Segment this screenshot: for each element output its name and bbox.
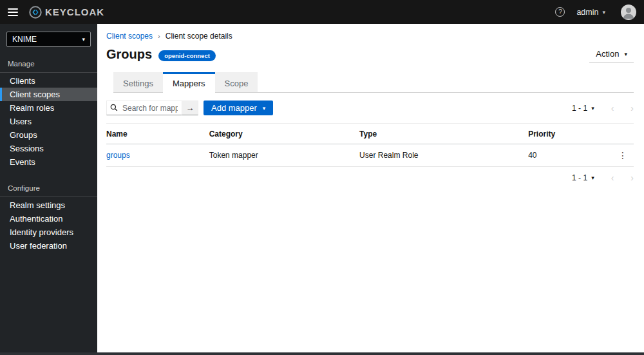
search-submit-button[interactable]: → (182, 101, 198, 115)
table-header-row: Name Category Type Priority (106, 124, 634, 144)
column-header-priority: Priority (528, 124, 602, 144)
action-dropdown-label: Action (596, 49, 619, 59)
window-bottom-edge (0, 352, 644, 355)
search-icon (110, 104, 118, 111)
sidebar-item-authentication[interactable]: Authentication (0, 212, 97, 225)
kebab-menu-icon[interactable]: ⋮ (602, 150, 634, 160)
sidebar-item-events[interactable]: Events (0, 155, 97, 169)
sidebar-item-groups[interactable]: Groups (0, 128, 97, 142)
table-row: groups Token mapper User Realm Role 40 ⋮ (106, 144, 634, 167)
keycloak-logo-icon (28, 5, 43, 19)
caret-down-icon: ▾ (602, 9, 605, 15)
caret-down-icon: ▾ (591, 105, 594, 111)
breadcrumb: Client scopes › Client scope details (106, 32, 634, 41)
protocol-badge: openid-connect (158, 50, 216, 61)
pagination-prev-button[interactable]: ‹ (611, 103, 614, 113)
tab-settings[interactable]: Settings (113, 72, 163, 92)
caret-down-icon: ▾ (591, 175, 594, 181)
sidebar-item-realm-settings[interactable]: Realm settings (0, 198, 97, 212)
sidebar: KNIME ▾ Manage Clients Client scopes Rea… (0, 24, 97, 352)
sidebar-item-users[interactable]: Users (0, 115, 97, 128)
pagination-range: 1 - 1 (572, 173, 587, 182)
sidebar-item-clients[interactable]: Clients (0, 74, 97, 88)
tab-mappers[interactable]: Mappers (163, 72, 215, 93)
brand-text: KEYCLOAK (45, 6, 104, 17)
pagination-range: 1 - 1 (572, 104, 587, 113)
caret-down-icon: ▾ (263, 105, 266, 111)
keycloak-logo: KEYCLOAK (28, 5, 104, 19)
pagination-top: 1 - 1 ▾ ‹ › (572, 103, 634, 113)
column-header-name: Name (106, 124, 209, 144)
mapper-type: User Realm Role (359, 144, 528, 167)
tab-scope[interactable]: Scope (215, 72, 258, 92)
nav-section-configure: Configure (0, 180, 97, 197)
sidebar-item-realm-roles[interactable]: Realm roles (0, 101, 97, 115)
pagination-range-dropdown[interactable]: 1 - 1 ▾ (572, 104, 594, 113)
realm-selector[interactable]: KNIME ▾ (6, 32, 91, 47)
masthead: KEYCLOAK ? admin ▾ (0, 0, 644, 24)
breadcrumb-separator: › (158, 32, 160, 40)
pagination-next-button[interactable]: › (630, 103, 634, 113)
pagination-prev-button[interactable]: ‹ (611, 173, 614, 183)
hamburger-menu-icon[interactable] (8, 8, 18, 16)
column-header-category: Category (209, 124, 359, 144)
add-mapper-button[interactable]: Add mapper ▾ (204, 101, 273, 115)
realm-selector-value: KNIME (12, 35, 37, 44)
mapper-name-link[interactable]: groups (106, 151, 130, 160)
sidebar-item-client-scopes[interactable]: Client scopes (0, 88, 97, 101)
sidebar-item-user-federation[interactable]: User federation (0, 239, 97, 253)
main-content: Client scopes › Client scope details Gro… (97, 24, 644, 352)
breadcrumb-current: Client scope details (166, 32, 232, 41)
username: admin (576, 8, 598, 17)
help-icon[interactable]: ? (555, 7, 565, 17)
tab-bar: Settings Mappers Scope (113, 72, 634, 93)
caret-down-icon: ▾ (82, 36, 85, 43)
mapper-category: Token mapper (209, 144, 359, 167)
column-header-type: Type (359, 124, 528, 144)
caret-down-icon: ▾ (624, 51, 627, 57)
mapper-priority: 40 (528, 144, 602, 167)
add-mapper-label: Add mapper (211, 103, 257, 113)
user-menu[interactable]: admin ▾ (576, 8, 605, 17)
sidebar-item-sessions[interactable]: Sessions (0, 142, 97, 155)
action-dropdown[interactable]: Action ▾ (589, 47, 634, 63)
sidebar-item-identity-providers[interactable]: Identity providers (0, 225, 97, 239)
pagination-next-button[interactable]: › (630, 173, 634, 183)
page-title: Groups (106, 47, 152, 62)
mappers-table: Name Category Type Priority groups Token… (106, 123, 634, 167)
nav-section-manage: Manage (0, 56, 97, 73)
pagination-range-dropdown[interactable]: 1 - 1 ▾ (572, 173, 594, 182)
mappers-toolbar: → Add mapper ▾ 1 - 1 ▾ ‹ › (106, 101, 634, 115)
person-icon (621, 5, 636, 20)
breadcrumb-client-scopes[interactable]: Client scopes (106, 32, 153, 41)
avatar[interactable] (621, 5, 636, 20)
pagination-bottom: 1 - 1 ▾ ‹ › (572, 173, 634, 183)
